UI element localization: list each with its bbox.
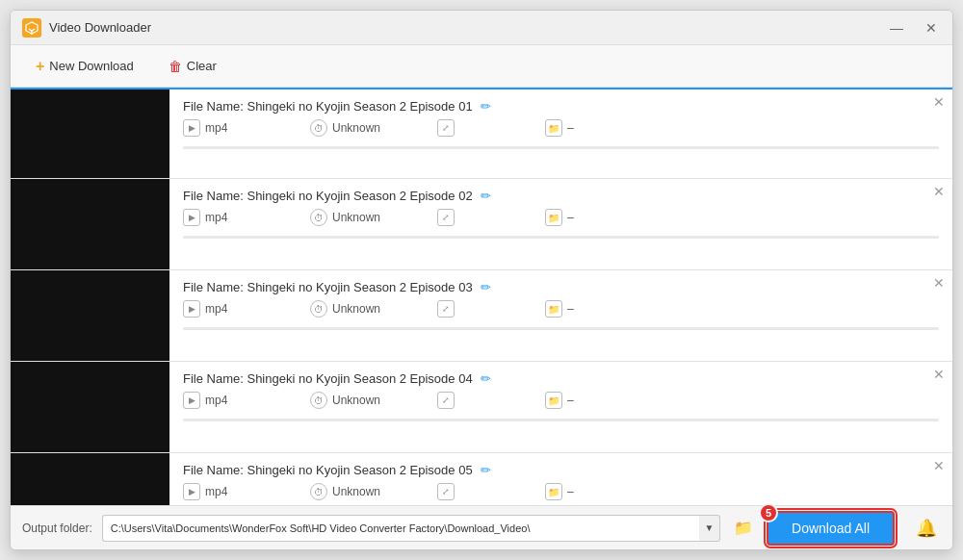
format-icon: ▶ (183, 300, 200, 318)
clear-button[interactable]: 🗑 Clear (159, 54, 226, 79)
folder-meta: 📁 – (545, 209, 641, 226)
progress-bar-container (183, 327, 939, 330)
file-name-row: File Name: Shingeki no Kyojin Season 2 E… (183, 99, 939, 114)
download-item: File Name: Shingeki no Kyojin Season 2 E… (11, 88, 952, 179)
download-all-button[interactable]: Download All (767, 511, 895, 546)
bottom-bar: Output folder: ▼ 📁 5 Download All 🔔 (11, 505, 952, 549)
duration-value: Unknown (332, 302, 380, 316)
duration-meta: ⏱ Unknown (310, 300, 406, 318)
toolbar: + New Download 🗑 Clear (11, 45, 952, 88)
format-value: mp4 (205, 394, 227, 407)
file-name: File Name: Shingeki no Kyojin Season 2 E… (183, 280, 473, 294)
edit-icon[interactable]: ✏ (481, 99, 491, 114)
output-dropdown-button[interactable]: ▼ (699, 515, 720, 542)
clock-icon: ⏱ (310, 209, 327, 226)
format-value: mp4 (205, 211, 227, 224)
resize-icon: ⤢ (437, 119, 455, 137)
duration-meta: ⏱ Unknown (310, 392, 406, 409)
download-count-badge: 5 (759, 503, 778, 522)
file-name: File Name: Shingeki no Kyojin Season 2 E… (183, 371, 473, 386)
meta-row: ▶ mp4 ⏱ Unknown ⤢ 📁 – (183, 300, 939, 318)
file-name-row: File Name: Shingeki no Kyojin Season 2 E… (183, 371, 939, 386)
item-details: File Name: Shingeki no Kyojin Season 2 E… (169, 179, 952, 269)
folder-icon: 📁 (545, 483, 562, 500)
video-thumbnail (11, 362, 169, 452)
folder-meta: 📁 – (545, 392, 641, 409)
new-download-label: New Download (49, 59, 133, 73)
clock-icon: ⏱ (310, 300, 327, 318)
progress-bar-container (183, 146, 939, 149)
download-list[interactable]: File Name: Shingeki no Kyojin Season 2 E… (11, 88, 952, 505)
video-thumbnail (11, 453, 169, 505)
size-meta: ⤢ (437, 119, 514, 137)
download-all-wrap: 5 Download All (767, 511, 895, 546)
folder-icon: 📁 (545, 300, 562, 318)
remove-item-button[interactable]: ✕ (933, 185, 945, 198)
remove-item-button[interactable]: ✕ (933, 459, 945, 472)
item-details: File Name: Shingeki no Kyojin Season 2 E… (169, 362, 952, 452)
browse-folder-button[interactable]: 📁 (730, 515, 757, 542)
meta-row: ▶ mp4 ⏱ Unknown ⤢ 📁 – (183, 209, 939, 226)
app-window: Video Downloader — ✕ + New Download 🗑 Cl… (10, 10, 953, 550)
trash-icon: 🗑 (169, 59, 182, 74)
duration-meta: ⏱ Unknown (310, 209, 406, 226)
format-icon: ▶ (183, 392, 200, 409)
meta-row: ▶ mp4 ⏱ Unknown ⤢ 📁 – (183, 483, 939, 500)
clear-label: Clear (187, 59, 217, 73)
alarm-button[interactable]: 🔔 (912, 514, 941, 543)
download-item: File Name: Shingeki no Kyojin Season 2 E… (11, 362, 952, 453)
folder-meta: 📁 – (545, 483, 641, 500)
size-meta: ⤢ (437, 209, 514, 226)
minimize-button[interactable]: — (887, 20, 906, 36)
folder-meta: 📁 – (545, 119, 641, 137)
folder-icon: 📁 (545, 209, 562, 226)
format-meta: ▶ mp4 (183, 392, 279, 409)
duration-value: Unknown (332, 211, 380, 224)
clock-icon: ⏱ (310, 483, 327, 500)
folder-value: – (567, 121, 574, 135)
format-meta: ▶ mp4 (183, 483, 279, 500)
size-meta: ⤢ (437, 392, 514, 409)
format-value: mp4 (205, 485, 227, 498)
edit-icon[interactable]: ✏ (481, 463, 491, 477)
close-button[interactable]: ✕ (922, 20, 941, 36)
duration-value: Unknown (332, 394, 380, 407)
output-path-input[interactable] (102, 515, 699, 542)
size-meta: ⤢ (437, 300, 514, 318)
window-title: Video Downloader (49, 20, 887, 35)
format-icon: ▶ (183, 119, 200, 137)
progress-bar-container (183, 236, 939, 239)
duration-meta: ⏱ Unknown (310, 483, 406, 500)
resize-icon: ⤢ (437, 483, 455, 500)
format-icon: ▶ (183, 483, 200, 500)
resize-icon: ⤢ (437, 300, 455, 318)
resize-icon: ⤢ (437, 392, 455, 409)
format-meta: ▶ mp4 (183, 209, 279, 226)
remove-item-button[interactable]: ✕ (933, 276, 945, 290)
file-name-row: File Name: Shingeki no Kyojin Season 2 E… (183, 189, 939, 203)
folder-icon: 📁 (545, 119, 562, 137)
file-name: File Name: Shingeki no Kyojin Season 2 E… (183, 463, 473, 477)
edit-icon[interactable]: ✏ (481, 371, 491, 386)
video-thumbnail (11, 179, 169, 269)
file-name-row: File Name: Shingeki no Kyojin Season 2 E… (183, 280, 939, 294)
format-meta: ▶ mp4 (183, 119, 279, 137)
edit-icon[interactable]: ✏ (481, 189, 491, 203)
clock-icon: ⏱ (310, 392, 327, 409)
format-meta: ▶ mp4 (183, 300, 279, 318)
app-icon (22, 18, 41, 38)
meta-row: ▶ mp4 ⏱ Unknown ⤢ 📁 – (183, 392, 939, 409)
duration-value: Unknown (332, 485, 380, 498)
output-path-wrap: ▼ (102, 515, 720, 542)
video-thumbnail (11, 89, 169, 178)
remove-item-button[interactable]: ✕ (933, 368, 945, 381)
folder-value: – (567, 394, 574, 407)
item-details: File Name: Shingeki no Kyojin Season 2 E… (169, 89, 952, 178)
format-value: mp4 (205, 121, 227, 135)
new-download-button[interactable]: + New Download (26, 53, 143, 80)
remove-item-button[interactable]: ✕ (933, 95, 945, 109)
format-icon: ▶ (183, 209, 200, 226)
edit-icon[interactable]: ✏ (481, 280, 491, 294)
output-folder-label: Output folder: (22, 522, 92, 535)
clock-icon: ⏱ (310, 119, 327, 137)
